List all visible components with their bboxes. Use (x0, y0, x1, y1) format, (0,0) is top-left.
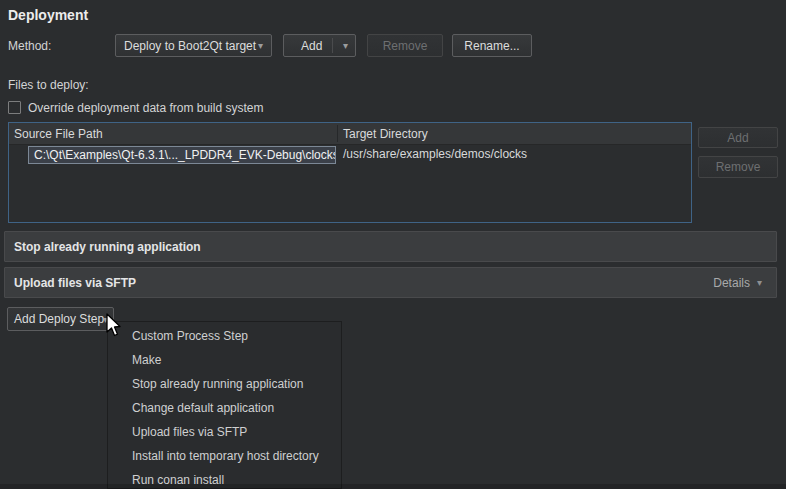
chevron-down-icon[interactable]: ▾ (343, 40, 348, 51)
step-bar-upload-sftp[interactable]: Upload files via SFTP Details ▾ (4, 267, 777, 298)
split-divider (332, 38, 333, 53)
column-header-source[interactable]: Source File Path (9, 123, 337, 145)
files-to-deploy-label: Files to deploy: (8, 78, 89, 92)
menu-item-upload-sftp[interactable]: Upload files via SFTP (108, 420, 341, 444)
add-file-button: Add (698, 127, 778, 148)
step-bar-title: Stop already running application (14, 240, 201, 254)
override-checkbox-label[interactable]: Override deployment data from build syst… (28, 101, 263, 115)
target-directory-cell[interactable]: /usr/share/examples/demos/clocks (343, 147, 527, 161)
add-deploy-step-label: Add Deploy Step (14, 312, 104, 326)
menu-item-custom-process-step[interactable]: Custom Process Step (108, 324, 341, 348)
menu-item-change-default-application[interactable]: Change default application (108, 396, 341, 420)
remove-method-button: Remove (367, 34, 443, 57)
override-checkbox[interactable] (8, 101, 21, 114)
source-path-cell[interactable]: C:\Qt\Examples\Qt-6.3.1\..._LPDDR4_EVK-D… (28, 146, 336, 164)
method-select-value: Deploy to Boot2Qt target (124, 39, 256, 53)
method-select[interactable]: Deploy to Boot2Qt target ▾ (115, 34, 272, 57)
table-header: Source File Path Target Directory (9, 123, 691, 145)
panel-bottom-edge (0, 484, 786, 489)
step-bar-title: Upload files via SFTP (14, 276, 136, 290)
add-file-button-label: Add (727, 131, 748, 145)
column-header-target[interactable]: Target Directory (338, 123, 691, 145)
rename-method-button[interactable]: Rename... (452, 34, 532, 57)
add-deploy-step-menu: Custom Process Step Make Stop already ru… (107, 321, 342, 489)
add-method-button-label: Add (301, 39, 322, 53)
add-method-button[interactable]: Add ▾ (283, 34, 356, 57)
menu-item-make[interactable]: Make (108, 348, 341, 372)
deployment-settings-panel: Deployment Method: Deploy to Boot2Qt tar… (0, 0, 786, 489)
remove-file-button-label: Remove (716, 160, 761, 174)
details-toggle[interactable]: Details ▾ (713, 276, 762, 290)
column-divider (337, 125, 338, 142)
remove-method-button-label: Remove (383, 39, 428, 53)
page-title: Deployment (8, 7, 88, 23)
details-label: Details (713, 276, 750, 290)
chevron-down-icon: ▾ (258, 40, 263, 51)
menu-item-stop-application[interactable]: Stop already running application (108, 372, 341, 396)
add-deploy-step-button[interactable]: Add Deploy Step ▾ (7, 307, 114, 331)
deploy-files-table[interactable]: Source File Path Target Directory C:\Qt\… (8, 122, 692, 223)
step-bar-stop-application[interactable]: Stop already running application (4, 231, 777, 262)
remove-file-button: Remove (698, 156, 778, 178)
method-label: Method: (8, 39, 51, 53)
chevron-down-icon: ▾ (757, 277, 762, 288)
menu-item-install-temp-host-dir[interactable]: Install into temporary host directory (108, 444, 341, 468)
rename-method-button-label: Rename... (464, 39, 519, 53)
